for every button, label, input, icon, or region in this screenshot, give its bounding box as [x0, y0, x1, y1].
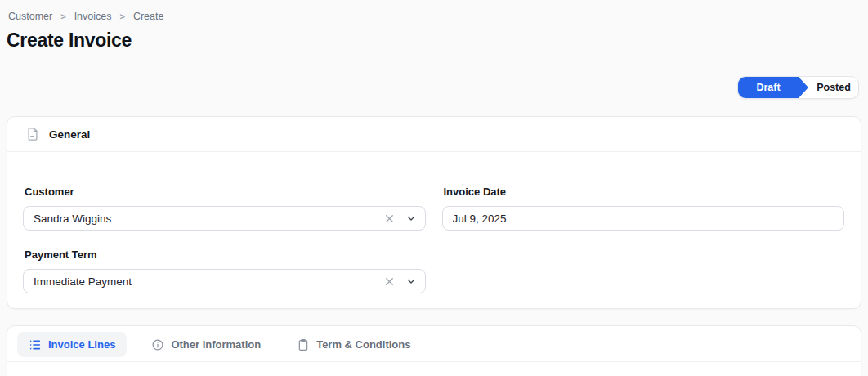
breadcrumb: Customer > Invoices > Create: [7, 0, 861, 22]
clear-x-icon[interactable]: [383, 275, 396, 289]
list-icon: [29, 338, 42, 351]
general-card-header: General: [7, 117, 861, 152]
customer-value: Sandra Wiggins: [34, 213, 383, 225]
invoice-date-field: Invoice Date Jul 9, 2025: [442, 186, 845, 231]
invoice-date-input[interactable]: Jul 9, 2025: [442, 206, 845, 231]
status-row: Draft Posted: [7, 76, 861, 99]
breadcrumb-item-create: Create: [133, 11, 164, 22]
customer-label: Customer: [23, 186, 426, 198]
invoice-date-value: Jul 9, 2025: [453, 213, 838, 225]
status-widget: Draft Posted: [737, 76, 859, 99]
status-stage-draft[interactable]: Draft: [738, 77, 808, 98]
general-card-body: Customer Sandra Wiggins Invoice Date: [7, 152, 861, 308]
create-invoice-page: Customer > Invoices > Create Create Invo…: [0, 0, 868, 376]
invoice-date-label: Invoice Date: [442, 186, 845, 198]
chevron-down-icon[interactable]: [404, 211, 418, 226]
payment-term-select[interactable]: Immediate Payment: [23, 269, 426, 293]
customer-select[interactable]: Sandra Wiggins: [23, 206, 426, 231]
tab-term-conditions[interactable]: Term & Conditions: [285, 332, 422, 357]
tab-term-conditions-label: Term & Conditions: [316, 338, 410, 351]
tab-other-information[interactable]: Other Information: [140, 332, 272, 357]
tab-other-information-label: Other Information: [171, 338, 261, 351]
status-stage-posted[interactable]: Posted: [809, 77, 858, 98]
empty-grid-cell: [442, 248, 845, 293]
breadcrumb-item-customer[interactable]: Customer: [8, 11, 52, 22]
breadcrumb-separator: >: [119, 11, 124, 21]
info-icon: [151, 338, 164, 351]
invoice-tabs-card: Invoice Lines Other Information Ter: [7, 325, 861, 376]
tab-invoice-lines[interactable]: Invoice Lines: [17, 332, 127, 357]
chevron-down-icon[interactable]: [404, 274, 418, 289]
document-icon: [25, 127, 40, 141]
customer-field: Customer Sandra Wiggins: [23, 186, 426, 231]
clear-x-icon[interactable]: [383, 212, 396, 226]
breadcrumb-item-invoices[interactable]: Invoices: [74, 11, 112, 22]
payment-term-value: Immediate Payment: [34, 275, 383, 288]
general-card-title: General: [49, 128, 90, 141]
status-stage-draft-label: Draft: [756, 82, 780, 93]
payment-term-label: Payment Term: [23, 248, 426, 261]
tab-invoice-lines-label: Invoice Lines: [48, 338, 115, 351]
breadcrumb-separator: >: [60, 11, 65, 21]
page-title: Create Invoice: [7, 29, 861, 51]
payment-term-field: Payment Term Immediate Payment: [23, 248, 426, 293]
clipboard-icon: [297, 338, 310, 351]
tabs-header: Invoice Lines Other Information Ter: [7, 326, 861, 362]
general-card: General Customer Sandra Wiggins: [7, 116, 861, 309]
status-stage-posted-label: Posted: [817, 82, 851, 93]
invoice-lines-panel: [7, 362, 861, 376]
